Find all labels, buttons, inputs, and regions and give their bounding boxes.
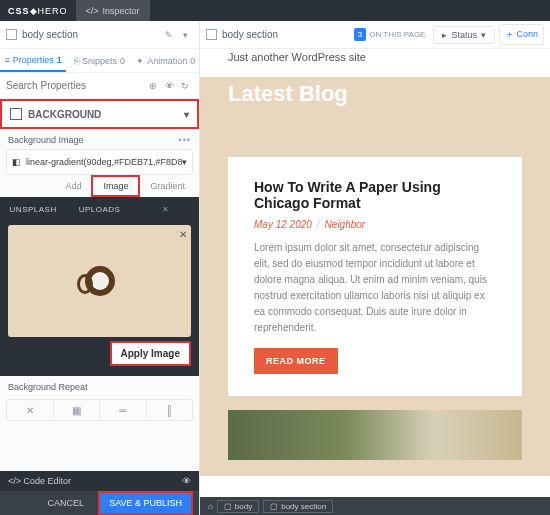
image-uploader: UNSPLASH UPLOADS ✕ ✕ Apply Image: [0, 197, 199, 376]
bg-image-value: linear-gradient(90deg,#FDEB71,#F8D800): [26, 157, 182, 167]
cancel-button[interactable]: CANCEL: [40, 494, 93, 512]
chevron-down-icon: ▾: [184, 109, 189, 120]
logo: CSS◆HERO: [0, 6, 76, 16]
background-icon: [10, 108, 22, 120]
image-preview[interactable]: ✕: [8, 225, 191, 337]
connect-button[interactable]: ＋ Conn: [499, 24, 544, 45]
card-meta: May 12 2020/Neighbor: [254, 219, 496, 230]
logo-hero: ◆HERO: [30, 6, 68, 16]
count-badge: 3: [354, 28, 366, 41]
tab-add[interactable]: Add: [55, 177, 91, 195]
repeat-x[interactable]: ═: [100, 400, 147, 420]
more-icon[interactable]: •••: [179, 135, 191, 145]
image-source-tabs: Add Image Gradient: [0, 175, 199, 197]
snippet-icon: ⎘: [74, 56, 79, 66]
apply-image-button[interactable]: Apply Image: [110, 341, 191, 366]
selector-icon: [206, 29, 217, 40]
coffee-cup-image: [85, 266, 115, 296]
search-row: ⊕ 👁 ↻: [0, 73, 199, 99]
home-icon[interactable]: ⌂: [208, 502, 213, 511]
stage-selector: body section: [222, 29, 354, 40]
hero-title: Latest Blog: [228, 77, 522, 123]
stage-toolbar: body section 3 ON THIS PAGE ▸ Status ▾ ＋…: [200, 21, 550, 49]
code-icon: </>: [86, 6, 99, 16]
bg-image-input[interactable]: ◧ linear-gradient(90deg,#FDEB71,#F8D800)…: [6, 149, 193, 175]
bg-image-label: Background Image•••: [0, 129, 199, 149]
spark-icon: ✦: [136, 56, 144, 66]
target-icon[interactable]: ⊕: [145, 78, 161, 94]
tab-gradient[interactable]: Gradient: [140, 177, 195, 195]
sliders-icon: ≡: [5, 55, 10, 65]
app-topbar: CSS◆HERO </>Inspector: [0, 0, 550, 21]
page-preview: Just another WordPress site Latest Blog …: [200, 49, 550, 497]
tab-unsplash[interactable]: UNSPLASH: [0, 205, 66, 214]
section-background[interactable]: BACKGROUND ▾: [0, 99, 199, 129]
badge-label: ON THIS PAGE: [369, 30, 425, 39]
crumb-body[interactable]: ▢body: [217, 500, 259, 513]
tab-inspector[interactable]: </>Inspector: [76, 0, 150, 21]
chevron-down-icon[interactable]: ▾: [177, 27, 193, 43]
eye-icon[interactable]: 👁: [182, 476, 191, 486]
tab-uploads[interactable]: UPLOADS: [66, 205, 132, 214]
status-dropdown[interactable]: ▸ Status ▾: [433, 26, 495, 44]
code-editor-toggle[interactable]: </> Code Editor👁: [0, 471, 199, 491]
repeat-none[interactable]: ✕: [7, 400, 54, 420]
repeat-y[interactable]: ║: [147, 400, 193, 420]
gradient-icon: ◧: [12, 157, 21, 167]
site-tagline: Just another WordPress site: [228, 49, 522, 77]
selector-icon: [6, 29, 17, 40]
card-excerpt: Lorem ipsum dolor sit amet, consectetur …: [254, 240, 496, 336]
crumb-body-section[interactable]: ▢body section: [263, 500, 333, 513]
tab-animation[interactable]: ✦Animation 0: [133, 49, 199, 72]
tab-snippets[interactable]: ⎘Snippets 0: [66, 49, 132, 72]
panel-tabs: ≡Properties 1 ⎘Snippets 0 ✦Animation 0: [0, 49, 199, 73]
close-icon[interactable]: ✕: [133, 205, 199, 214]
selector-row: body section ✎ ▾: [0, 21, 199, 49]
save-publish-button[interactable]: SAVE & PUBLISH: [98, 491, 193, 515]
repeat-tile[interactable]: ▦: [54, 400, 101, 420]
card-image: [228, 410, 522, 460]
breadcrumb-footer: ⌂ ▢body ▢body section: [200, 497, 550, 515]
hero-section: Latest Blog: [200, 77, 550, 141]
chevron-down-icon: ▾: [182, 157, 187, 167]
selector-text: body section: [22, 29, 161, 40]
refresh-icon[interactable]: ↻: [177, 78, 193, 94]
search-input[interactable]: [6, 80, 145, 91]
preview-stage: body section 3 ON THIS PAGE ▸ Status ▾ ＋…: [200, 21, 550, 515]
eye-icon[interactable]: 👁: [161, 78, 177, 94]
edit-icon[interactable]: ✎: [161, 27, 177, 43]
tab-image[interactable]: Image: [91, 175, 140, 197]
tab-properties[interactable]: ≡Properties 1: [0, 49, 66, 72]
bg-repeat-label: Background Repeat: [0, 376, 199, 396]
read-more-button[interactable]: READ MORE: [254, 348, 338, 374]
remove-image-icon[interactable]: ✕: [179, 229, 187, 240]
blog-card: How To Write A Paper Using Chicago Forma…: [228, 157, 522, 396]
bg-repeat-options: ✕ ▦ ═ ║: [6, 399, 193, 421]
card-title[interactable]: How To Write A Paper Using Chicago Forma…: [254, 179, 496, 211]
properties-panel: body section ✎ ▾ ≡Properties 1 ⎘Snippets…: [0, 21, 200, 515]
